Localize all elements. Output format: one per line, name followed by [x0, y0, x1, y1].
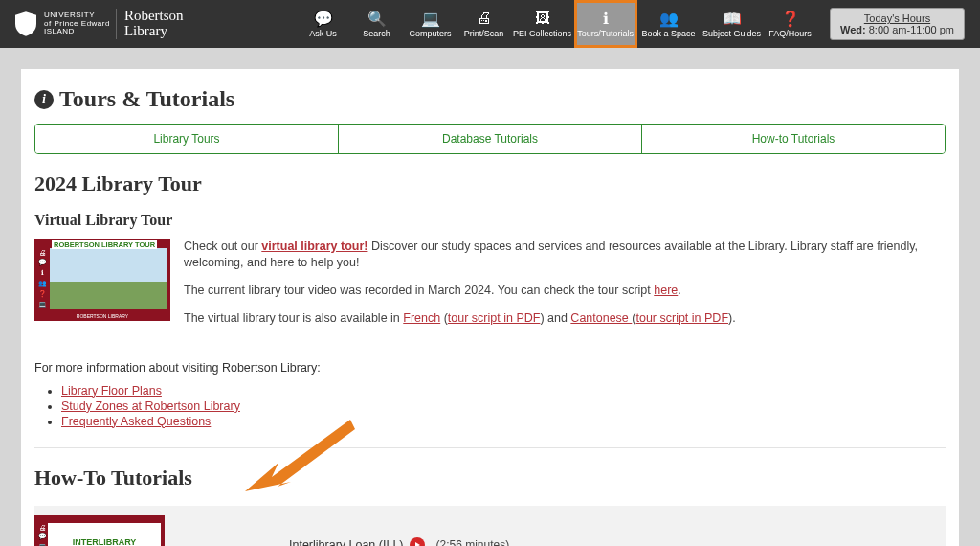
- hours-time: Wed: 8:00 am-11:00 pm: [840, 24, 954, 35]
- play-icon[interactable]: [410, 537, 425, 547]
- thumb-footer: ROBERTSON LIBRARY: [34, 311, 170, 321]
- top-navbar: UNIVERSITY of Prince Edward ISLAND Rober…: [0, 0, 980, 48]
- svg-marker-0: [245, 420, 355, 491]
- shield-icon: [15, 11, 36, 36]
- image-icon: 🖼: [534, 10, 551, 27]
- section-howto-title: How-To Tutorials: [34, 466, 946, 490]
- info-icon: ℹ: [597, 10, 614, 27]
- nav-print-scan[interactable]: 🖨 Print/Scan: [457, 0, 511, 48]
- nav-computers[interactable]: 💻 Computers: [404, 0, 457, 48]
- nav-faq-hours[interactable]: ❓ FAQ/Hours: [764, 0, 817, 48]
- ill-tutorial-link[interactable]: Interlibrary Loan (ILL): [289, 538, 404, 547]
- howto-item-ill: 🖨💬💻ℹ❓📖 INTERLIBRARY LOAN (ILL) ROBERTSON…: [34, 506, 946, 547]
- todays-hours[interactable]: Today's Hours Wed: 8:00 am-11:00 pm: [830, 8, 965, 40]
- virtual-tour-subtitle: Virtual Library Tour: [34, 212, 946, 229]
- computer-icon: 💻: [422, 10, 439, 27]
- tour-description: Check out our virtual library tour! Disc…: [184, 239, 946, 338]
- nav-ask-us[interactable]: 💬 Ask Us: [297, 0, 350, 48]
- search-icon: 🔍: [368, 10, 386, 27]
- virtual-tour-link[interactable]: virtual library tour!: [261, 239, 368, 253]
- nav-pei-collections[interactable]: 🖼 PEI Collections: [511, 0, 574, 48]
- main-nav: 💬 Ask Us 🔍 Search 💻 Computers 🖨 Print/Sc…: [297, 0, 817, 48]
- info-links-list: Library Floor Plans Study Zones at Rober…: [34, 384, 946, 428]
- faq-link[interactable]: Frequently Asked Questions: [61, 415, 211, 428]
- section-tabs: Library Tours Database Tutorials How-to …: [34, 124, 946, 154]
- tab-library-tours[interactable]: Library Tours: [35, 125, 339, 153]
- tour-script-link[interactable]: here: [654, 284, 678, 297]
- tab-howto-tutorials[interactable]: How-to Tutorials: [642, 125, 945, 153]
- thumb-label: ROBERTSON LIBRARY TOUR: [52, 240, 157, 249]
- page-content: i Tours & Tutorials Library Tours Databa…: [21, 69, 959, 546]
- more-info-line: For more information about visiting Robe…: [34, 361, 946, 375]
- library-name-2: Library: [124, 24, 184, 39]
- cantonese-pdf-link[interactable]: tour script in PDF: [635, 311, 728, 325]
- cantonese-tour-link[interactable]: Cantonese: [570, 311, 632, 325]
- french-pdf-link[interactable]: tour script in PDF: [448, 311, 541, 325]
- book-icon: 📖: [724, 10, 741, 27]
- nav-subject-guides[interactable]: 📖 Subject Guides: [701, 0, 764, 48]
- thumb-icon-column: 🖨💬ℹ👥❓💻: [36, 248, 48, 309]
- library-name-1: Robertson: [124, 9, 184, 24]
- ill-duration: (2:56 minutes): [436, 538, 510, 547]
- french-tour-link[interactable]: French: [403, 311, 440, 325]
- thumb-icon-column: 🖨💬💻ℹ❓📖: [36, 523, 48, 547]
- study-zones-link[interactable]: Study Zones at Robertson Library: [61, 399, 240, 413]
- nav-tours-tutorials[interactable]: ℹ Tours/Tutorials: [574, 0, 637, 48]
- page-info-icon: i: [34, 90, 54, 109]
- tour-video-thumbnail[interactable]: 🖨💬ℹ👥❓💻 ROBERTSON LIBRARY TOUR ROBERTSON …: [34, 239, 170, 321]
- nav-book-space[interactable]: 👥 Book a Space: [637, 0, 701, 48]
- university-name-3: ISLAND: [44, 28, 110, 36]
- question-icon: ❓: [782, 10, 799, 27]
- printer-icon: 🖨: [476, 10, 493, 27]
- chat-icon: 💬: [315, 10, 332, 27]
- people-icon: 👥: [660, 10, 678, 27]
- annotation-arrow: [245, 400, 360, 506]
- nav-search[interactable]: 🔍 Search: [350, 0, 404, 48]
- page-title: Tours & Tutorials: [59, 86, 234, 112]
- tab-database-tutorials[interactable]: Database Tutorials: [339, 125, 642, 153]
- floor-plans-link[interactable]: Library Floor Plans: [61, 384, 162, 398]
- ill-video-thumbnail[interactable]: 🖨💬💻ℹ❓📖 INTERLIBRARY LOAN (ILL) ROBERTSON…: [34, 515, 165, 547]
- site-logo[interactable]: UNIVERSITY of Prince Edward ISLAND Rober…: [15, 9, 184, 39]
- section-library-tour-title: 2024 Library Tour: [34, 171, 946, 196]
- hours-title: Today's Hours: [840, 12, 954, 24]
